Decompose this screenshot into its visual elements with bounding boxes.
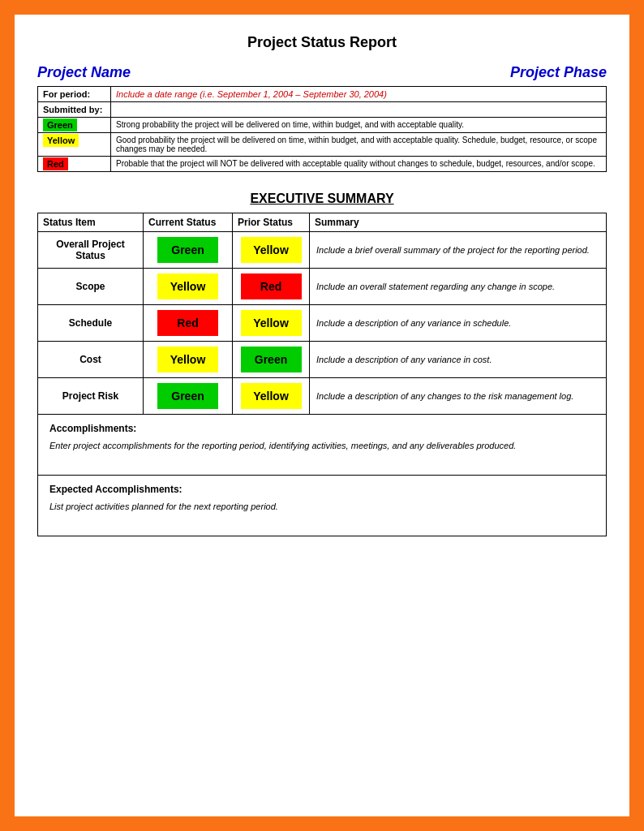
legend-green-text: Strong probability the project will be d… (111, 118, 607, 133)
prior-status-overall: Yellow (233, 232, 310, 269)
status-item-schedule: Schedule (38, 305, 144, 342)
expected-accomplishments-row: Expected Accomplishments: List project a… (38, 476, 607, 536)
accomplishments-text: Enter project accomplishments for the re… (45, 437, 599, 470)
project-header: Project Name Project Phase (37, 64, 607, 81)
table-row: Project Risk Green Yellow Include a desc… (38, 378, 607, 415)
submitted-by-value (111, 102, 607, 118)
status-item-overall: Overall ProjectStatus (38, 232, 144, 269)
legend-red-row: Red Probable that the project will NOT b… (38, 157, 607, 172)
for-period-row: For period: Include a date range (i.e. S… (38, 87, 607, 102)
summary-overall: Include a brief overall summary of the p… (310, 232, 607, 269)
table-header-row: Status Item Current Status Prior Status … (38, 213, 607, 232)
executive-summary-title: EXECUTIVE SUMMARY (37, 192, 607, 206)
prior-status-scope: Red (233, 269, 310, 305)
submitted-by-row: Submitted by: (38, 102, 607, 118)
prior-status-cost: Green (233, 342, 310, 378)
accomplishments-cell: Accomplishments: Enter project accomplis… (38, 415, 607, 476)
prior-status-schedule: Yellow (233, 305, 310, 342)
table-row: Cost Yellow Green Include a description … (38, 342, 607, 378)
expected-accomplishments-label: Expected Accomplishments: (45, 480, 599, 498)
submitted-by-label: Submitted by: (38, 102, 111, 118)
current-status-cost: Yellow (144, 342, 233, 378)
legend-green-row: Green Strong probability the project wil… (38, 118, 607, 133)
current-status-overall: Green (144, 232, 233, 269)
current-status-schedule: Red (144, 305, 233, 342)
current-status-risk: Green (144, 378, 233, 415)
table-row: Scope Yellow Red Include an overall stat… (38, 269, 607, 305)
project-name-label: Project Name (37, 64, 131, 81)
status-item-cost: Cost (38, 342, 144, 378)
col-header-current-status: Current Status (144, 213, 233, 232)
legend-yellow-row: Yellow Good probability the project will… (38, 133, 607, 157)
summary-scope: Include an overall statement regarding a… (310, 269, 607, 305)
for-period-value: Include a date range (i.e. September 1, … (111, 87, 607, 102)
legend-red-badge: Red (38, 157, 111, 172)
legend-green-badge: Green (38, 118, 111, 133)
project-phase-label: Project Phase (510, 64, 607, 81)
legend-red-text: Probable that the project will NOT be de… (111, 157, 607, 172)
legend-yellow-text: Good probability the project will be del… (111, 133, 607, 157)
col-header-prior-status: Prior Status (233, 213, 310, 232)
current-status-scope: Yellow (144, 269, 233, 305)
accomplishments-label: Accomplishments: (45, 420, 599, 437)
page-container: Project Status Report Project Name Proje… (15, 15, 629, 816)
status-item-scope: Scope (38, 269, 144, 305)
expected-accomplishments-text: List project activities planned for the … (45, 498, 599, 531)
col-header-summary: Summary (310, 213, 607, 232)
summary-risk: Include a description of any changes to … (310, 378, 607, 415)
accomplishments-row: Accomplishments: Enter project accomplis… (38, 415, 607, 476)
executive-summary-table: Status Item Current Status Prior Status … (37, 213, 607, 536)
table-row: Schedule Red Yellow Include a descriptio… (38, 305, 607, 342)
col-header-status-item: Status Item (38, 213, 144, 232)
summary-schedule: Include a description of any variance in… (310, 305, 607, 342)
main-title: Project Status Report (37, 34, 607, 51)
expected-accomplishments-cell: Expected Accomplishments: List project a… (38, 476, 607, 536)
for-period-label: For period: (38, 87, 111, 102)
info-table: For period: Include a date range (i.e. S… (37, 86, 607, 172)
legend-yellow-badge: Yellow (38, 133, 111, 157)
summary-cost: Include a description of any variance in… (310, 342, 607, 378)
prior-status-risk: Yellow (233, 378, 310, 415)
table-row: Overall ProjectStatus Green Yellow Inclu… (38, 232, 607, 269)
status-item-risk: Project Risk (38, 378, 144, 415)
